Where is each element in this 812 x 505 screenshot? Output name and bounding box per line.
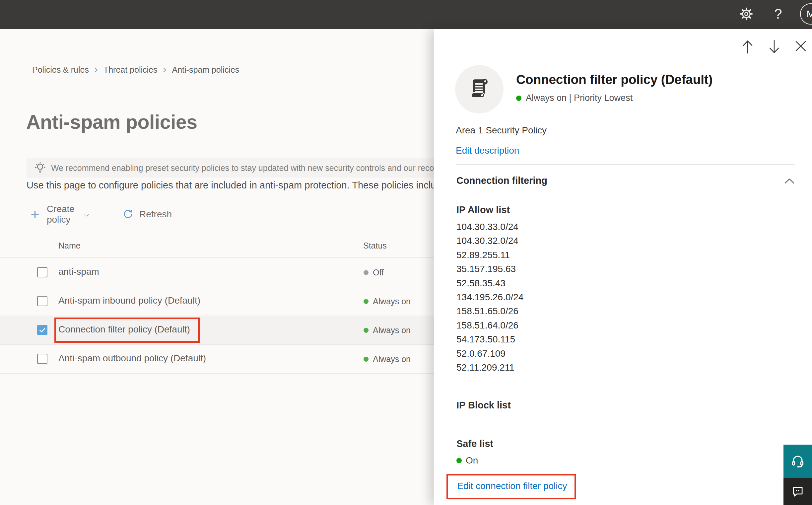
recommendation-banner: We recommend enabling preset security po…: [26, 158, 464, 177]
safe-list-status: On: [456, 455, 478, 466]
ip-allow-list: 104.30.33.0/24 104.30.32.0/24 52.89.255.…: [456, 220, 524, 375]
policy-type-avatar: [455, 65, 503, 114]
banner-text: We recommend enabling preset security po…: [51, 163, 452, 173]
table-row-anti-spam[interactable]: anti-spam Off: [0, 258, 464, 287]
breadcrumb-threat-policies[interactable]: Threat policies: [104, 65, 158, 75]
safe-list-status-text: On: [466, 455, 478, 466]
policy-status: Always on: [373, 297, 411, 306]
support-button[interactable]: [784, 445, 812, 478]
create-policy-button[interactable]: + Create policy: [30, 205, 89, 224]
status-dot-on: [516, 96, 522, 101]
row-checkbox[interactable]: [37, 296, 47, 306]
refresh-label: Refresh: [139, 209, 172, 220]
ip-entry: 104.30.33.0/24: [456, 220, 524, 234]
breadcrumb-policies-rules[interactable]: Policies & rules: [32, 65, 89, 75]
edit-connection-filter-policy-link[interactable]: Edit connection filter policy: [457, 481, 567, 491]
ip-entry: 52.0.67.109: [456, 347, 524, 361]
table-header: Name Status: [0, 236, 464, 258]
refresh-button[interactable]: Refresh: [122, 205, 172, 224]
breadcrumb-anti-spam-policies[interactable]: Anti-spam policies: [172, 65, 239, 75]
policy-status: Off: [373, 268, 384, 278]
chevron-down-icon: [84, 213, 89, 218]
avatar-initial: M: [807, 8, 812, 20]
feedback-button[interactable]: [784, 478, 812, 505]
edit-description-link[interactable]: Edit description: [456, 145, 519, 156]
lightbulb-icon: [33, 161, 47, 175]
ip-entry: 52.11.209.211: [456, 361, 524, 375]
safe-list-label: Safe list: [456, 438, 493, 449]
chevron-right-icon: [163, 67, 167, 73]
ip-entry: 52.89.255.11: [456, 248, 524, 262]
account-avatar[interactable]: M: [800, 3, 812, 25]
settings-gear-icon[interactable]: [739, 7, 754, 21]
policy-name: Anti-spam inbound policy (Default): [58, 295, 200, 306]
ip-entry: 134.195.26.0/24: [456, 290, 524, 304]
policy-description: Area 1 Security Policy: [456, 125, 547, 136]
create-policy-label: Create policy: [47, 204, 78, 225]
policy-name: anti-spam: [58, 267, 99, 277]
headset-icon: [790, 454, 805, 469]
chevron-up-icon[interactable]: [784, 178, 795, 186]
status-dot-off: [364, 270, 369, 275]
policy-name: Connection filter policy (Default): [58, 324, 190, 335]
divider: [16, 198, 464, 198]
page-title: Anti-spam policies: [26, 111, 197, 133]
ip-entry: 158.51.64.0/26: [456, 319, 524, 332]
close-icon[interactable]: [795, 40, 807, 53]
previous-item-arrow-icon[interactable]: [741, 39, 755, 56]
ip-block-list-label: IP Block list: [456, 400, 511, 411]
policy-status: Always on: [373, 354, 411, 364]
policy-status: Always on: [373, 326, 411, 335]
status-dot-on: [456, 458, 462, 463]
ip-entry: 158.51.65.0/26: [456, 304, 524, 318]
plus-icon: +: [30, 206, 39, 223]
ip-entry: 54.173.50.115: [456, 332, 524, 346]
flyout-title: Connection filter policy (Default): [516, 72, 713, 87]
help-icon[interactable]: ?: [772, 4, 785, 24]
ip-entry: 52.58.35.43: [456, 277, 524, 290]
divider: [456, 165, 795, 165]
scroll-icon: [465, 75, 493, 103]
connection-filtering-section-title: Connection filtering: [456, 175, 547, 186]
policy-name: Anti-spam outbound policy (Default): [58, 353, 206, 364]
refresh-icon: [122, 208, 134, 220]
column-header-name[interactable]: Name: [58, 241, 80, 250]
flyout-status-text: Always on | Priority Lowest: [526, 93, 633, 103]
table-row-outbound-policy[interactable]: Anti-spam outbound policy (Default) Alwa…: [0, 344, 464, 374]
top-app-bar: ? M: [0, 0, 812, 29]
row-checkbox[interactable]: [37, 354, 47, 364]
table-row-connection-filter-policy[interactable]: Connection filter policy (Default) Alway…: [0, 316, 464, 345]
status-dot-on: [364, 299, 369, 304]
breadcrumb: Policies & rules Threat policies Anti-sp…: [32, 65, 239, 75]
page-description: Use this page to configure policies that…: [26, 180, 464, 191]
status-dot-on: [364, 357, 369, 362]
ip-entry: 104.30.32.0/24: [456, 234, 524, 248]
chevron-right-icon: [94, 67, 98, 73]
row-checkbox[interactable]: [37, 267, 47, 278]
column-header-status[interactable]: Status: [363, 241, 387, 250]
anti-spam-policies-page: ? M Policies & rules Threat policies Ant…: [0, 0, 812, 505]
flyout-status-line: Always on | Priority Lowest: [516, 93, 633, 103]
row-checkbox-checked[interactable]: [37, 325, 47, 335]
feedback-bubble-icon: [791, 484, 805, 498]
checkmark-icon: [39, 328, 46, 333]
ip-entry: 35.157.195.63: [456, 262, 524, 276]
ip-allow-list-label: IP Allow list: [456, 204, 510, 215]
status-dot-on: [364, 328, 369, 333]
next-item-arrow-icon[interactable]: [767, 39, 781, 56]
table-row-inbound-policy[interactable]: Anti-spam inbound policy (Default) Alway…: [0, 287, 464, 316]
